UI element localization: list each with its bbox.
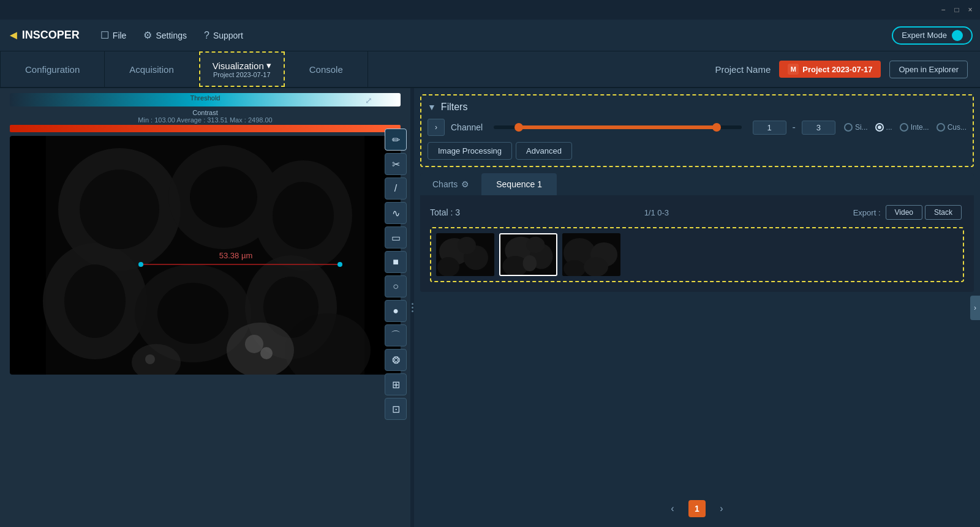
support-label: Support	[213, 31, 243, 40]
image-processing-tab[interactable]: Image Processing	[428, 142, 512, 160]
thumbnail-2[interactable]	[499, 233, 557, 276]
sequence-tab[interactable]: Sequence 1	[481, 173, 557, 195]
nav-console[interactable]: Console	[285, 51, 368, 87]
advanced-tab[interactable]: Advanced	[516, 142, 572, 160]
settings-label: Settings	[156, 31, 187, 40]
support-menu[interactable]: ? Support	[195, 26, 252, 45]
thumbnail-1[interactable]	[436, 233, 494, 276]
blob-tool[interactable]: ❂	[385, 349, 407, 371]
thumbnail-3[interactable]	[562, 233, 620, 276]
circle-outline-tool[interactable]: ○	[385, 275, 407, 297]
project-name: Project 2023-07-17	[802, 65, 872, 74]
threshold-label: Threshold	[10, 94, 401, 102]
total-label: Total : 3	[430, 207, 460, 217]
radio-inte[interactable]: Inte...	[900, 123, 929, 132]
minimize-button[interactable]: −	[938, 5, 948, 15]
pagination-info: 1/1 0-3	[644, 208, 669, 217]
contrast-label: Contrast	[10, 109, 401, 116]
svg-point-26	[437, 257, 459, 276]
filters-header: ▼ Filters	[428, 102, 967, 113]
range-thumb-left[interactable]	[514, 123, 523, 132]
support-icon: ?	[204, 30, 209, 41]
file-label: File	[113, 31, 127, 40]
grid-tool[interactable]: ⊞	[385, 373, 407, 395]
pagination-row: ‹ 1 ›	[414, 490, 980, 527]
prev-page-button[interactable]: ‹	[664, 500, 681, 517]
rect-outline-tool[interactable]: ▭	[385, 226, 407, 249]
app-logo: ◄ INSCOPER	[7, 28, 80, 42]
curve-tool[interactable]: ∿	[385, 202, 407, 224]
project-name-badge: M Project 2023-07-17	[779, 61, 881, 78]
settings-menu[interactable]: ⚙ Settings	[135, 26, 195, 45]
range-thumb-right[interactable]	[712, 123, 721, 132]
sequence-content: Total : 3 1/1 0-3 Export : Video Stack	[420, 195, 974, 292]
svg-point-32	[526, 237, 545, 253]
svg-point-17	[260, 347, 273, 359]
nav-bar: Configuration Acquisition Visualization …	[0, 51, 980, 88]
filter-radio-group: Si... ... Inte... Cus...	[844, 123, 967, 132]
main-content: Threshold Contrast Min : 103.00 Average …	[0, 88, 980, 527]
threshold-track[interactable]: Threshold	[10, 93, 401, 107]
svg-text:53.38 µm: 53.38 µm	[219, 251, 252, 260]
channel-expand-button[interactable]: ›	[428, 119, 445, 136]
svg-point-8	[80, 170, 159, 249]
sequence-section: Charts ⚙ Sequence 1 Total : 3 1/1 0-3 Ex…	[420, 173, 974, 292]
radio-cus[interactable]: Cus...	[937, 123, 967, 132]
contrast-bar: Contrast Min : 103.00 Average : 313.51 M…	[10, 109, 401, 132]
tools-panel: ✏ ✂ / ∿ ▭ ■ ○ ● ⌒ ❂ ⊞ ⊡	[381, 125, 410, 424]
radio-si[interactable]: Si...	[844, 123, 868, 132]
sequence-header: Charts ⚙ Sequence 1	[420, 173, 974, 195]
channel-from-input[interactable]	[753, 121, 786, 135]
channel-range-slider[interactable]	[494, 125, 741, 129]
charts-label: Charts	[432, 179, 458, 189]
filters-section: ▼ Filters › Channel - Si...	[420, 94, 974, 167]
circle-tool[interactable]: ●	[385, 300, 407, 322]
nav-configuration[interactable]: Configuration	[0, 51, 105, 87]
threshold-bar: Threshold	[10, 93, 401, 107]
thumbnails-container	[430, 227, 964, 282]
open-explorer-button[interactable]: Open in Explorer	[889, 61, 968, 78]
svg-point-27	[458, 237, 476, 254]
right-panel: ▼ Filters › Channel - Si...	[414, 88, 980, 527]
nav-visualization[interactable]: Visualization ▾ Project 2023-07-17	[199, 51, 285, 87]
expert-mode-label: Expert Mode	[902, 31, 947, 40]
title-bar: − □ ×	[0, 0, 980, 20]
expert-mode-button[interactable]: Expert Mode	[892, 26, 973, 45]
radio-dots[interactable]: ...	[875, 123, 892, 132]
next-page-button[interactable]: ›	[713, 500, 730, 517]
restore-button[interactable]: □	[952, 5, 962, 15]
scissors-tool[interactable]: ✂	[385, 153, 407, 175]
charts-tab[interactable]: Charts ⚙	[420, 173, 481, 195]
project-name-label: Project Name	[715, 64, 771, 75]
visualization-subtitle: Project 2023-07-17	[213, 71, 271, 78]
file-menu[interactable]: ☐ File	[92, 26, 135, 45]
rect-tool[interactable]: ■	[385, 251, 407, 273]
svg-point-16	[245, 335, 263, 353]
contrast-track[interactable]	[10, 125, 401, 132]
grid-tool-2[interactable]: ⊡	[385, 398, 407, 420]
expand-icon[interactable]: ⤢	[361, 93, 376, 108]
svg-point-10	[273, 182, 334, 249]
close-button[interactable]: ×	[965, 5, 975, 15]
freeform-tool[interactable]: ⌒	[385, 324, 407, 346]
video-button[interactable]: Video	[886, 205, 922, 220]
svg-point-9	[190, 166, 257, 228]
pencil-tool[interactable]: ✏	[385, 129, 407, 151]
filters-title: Filters	[441, 102, 468, 113]
channel-to-input[interactable]	[802, 121, 835, 135]
channel-label: Channel	[451, 122, 483, 132]
svg-point-11	[64, 264, 126, 338]
expert-mode-toggle	[952, 30, 963, 41]
project-m-icon: M	[788, 64, 799, 75]
right-edge-toggle[interactable]: ›	[970, 296, 980, 320]
gear-icon[interactable]: ⚙	[461, 179, 469, 189]
svg-point-33	[523, 255, 537, 271]
left-panel: Threshold Contrast Min : 103.00 Average …	[0, 88, 410, 527]
filters-chevron-icon[interactable]: ▼	[428, 102, 436, 112]
line-tool[interactable]: /	[385, 178, 407, 200]
nav-acquisition[interactable]: Acquisition	[105, 51, 199, 87]
page-number[interactable]: 1	[688, 500, 706, 517]
stack-button[interactable]: Stack	[925, 205, 962, 220]
logo-icon: ◄	[7, 28, 20, 42]
contrast-stats: Min : 103.00 Average : 313.51 Max : 2498…	[10, 116, 401, 124]
